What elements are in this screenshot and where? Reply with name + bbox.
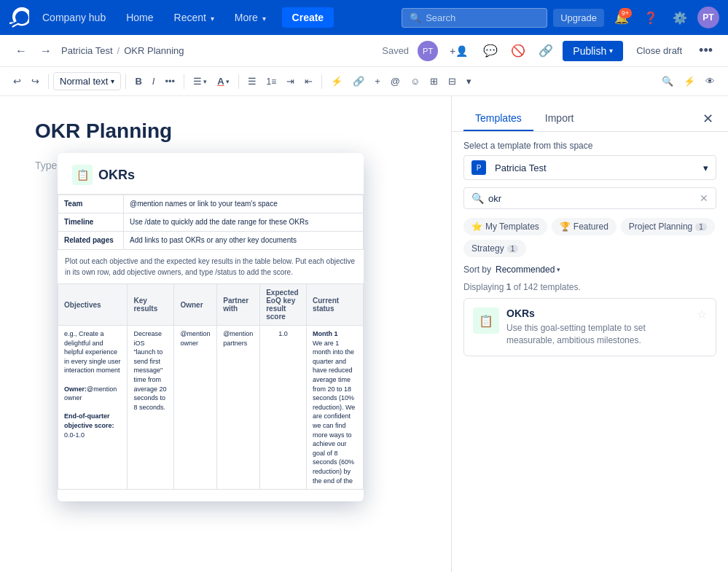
- okr-dialog-title: OKRs: [98, 168, 135, 183]
- collaborator-avatar[interactable]: PT: [418, 41, 438, 61]
- template-card-icon: 📋: [473, 307, 499, 334]
- help-icon: ❓: [643, 11, 658, 25]
- breadcrumb-space[interactable]: Patricia Test: [61, 45, 113, 56]
- filter-featured[interactable]: 🏆 Featured: [552, 218, 617, 235]
- insert-button[interactable]: +: [370, 71, 385, 93]
- okr-objectives-table: Objectives Key results Owner Partner wit…: [58, 283, 364, 490]
- space-selector[interactable]: P Patricia Test ▾: [463, 155, 716, 180]
- no-edit-button[interactable]: 🚫: [507, 40, 529, 61]
- bullet-list-button[interactable]: ☰: [243, 71, 261, 93]
- td-key-results: Decrease iOS "launch to send first messa…: [128, 326, 174, 490]
- view-button[interactable]: 👁: [701, 71, 719, 93]
- project-planning-badge: 1: [695, 223, 707, 231]
- filter-strategy[interactable]: Strategy 1: [463, 240, 526, 257]
- template-card-okrs[interactable]: 📋 OKRs Use this goal-setting template to…: [463, 298, 716, 356]
- numbered-list-icon: 1≡: [267, 77, 277, 87]
- search-icon: 🔍: [410, 12, 421, 23]
- user-avatar[interactable]: PT: [697, 7, 719, 28]
- th-current: Current status: [306, 284, 363, 326]
- invite-button[interactable]: +👤: [444, 42, 474, 60]
- confluence-logo[interactable]: [9, 7, 29, 28]
- page-header: ← → Patricia Test / OKR Planning Saved P…: [0, 35, 728, 67]
- template-search-input[interactable]: [488, 193, 695, 204]
- align-button[interactable]: ☰ ▾: [189, 71, 211, 93]
- table-cell-related-value: Add links to past OKRs or any other key …: [124, 232, 364, 250]
- nav-more[interactable]: More ▾: [227, 7, 273, 28]
- okr-dialog-icon: 📋: [72, 165, 93, 185]
- help-button[interactable]: ❓: [639, 7, 662, 29]
- filter-my-templates[interactable]: ⭐ My Templates: [463, 218, 547, 235]
- okr-info-table: Team @mention names or link to your team…: [58, 195, 364, 250]
- tab-templates[interactable]: Templates: [463, 106, 533, 131]
- link-button[interactable]: 🔗: [348, 71, 369, 93]
- toolbar-divider-5: [321, 74, 322, 89]
- more-formatting-button[interactable]: •••: [160, 71, 179, 93]
- create-button[interactable]: Create: [282, 7, 334, 28]
- td-partner: @mention partners: [217, 326, 260, 490]
- template-star-button[interactable]: ☆: [697, 307, 707, 321]
- th-key-results: Key results: [128, 284, 174, 326]
- layouts-button[interactable]: ⊞: [426, 71, 442, 93]
- indent-button[interactable]: ⇥: [282, 71, 299, 93]
- editor-toolbar: ↩ ↪ Normal text ▾ B I ••• ☰ ▾ A ▾ ☰ 1≡ ⇥…: [0, 67, 728, 96]
- numbered-list-button[interactable]: 1≡: [262, 71, 281, 93]
- filter-project-planning[interactable]: Project Planning 1: [621, 218, 715, 235]
- comment-button[interactable]: 💬: [480, 40, 501, 61]
- breadcrumb-separator: /: [117, 45, 120, 56]
- link-copy-button[interactable]: 🔗: [535, 40, 557, 61]
- nav-home[interactable]: Home: [119, 7, 160, 28]
- star-icon: ⭐: [471, 222, 482, 232]
- view-icon: 👁: [705, 76, 715, 87]
- search-box[interactable]: 🔍 Search: [402, 8, 547, 28]
- sort-label: Sort by: [463, 265, 491, 275]
- table-row: Related pages Add links to past OKRs or …: [58, 232, 364, 250]
- sort-button[interactable]: Sort by Recommended ▾: [463, 265, 560, 275]
- td-owner: @mention owner: [174, 326, 217, 490]
- collaborators: PT: [418, 41, 438, 61]
- table-row: Timeline Use /date to quickly add the da…: [58, 213, 364, 232]
- align-icon: ☰: [193, 76, 202, 87]
- color-button[interactable]: A ▾: [213, 71, 233, 93]
- close-panel-button[interactable]: ✕: [700, 109, 716, 128]
- search-icon: 🔍: [471, 192, 484, 204]
- nav-company-hub[interactable]: Company hub: [35, 7, 113, 28]
- settings-button[interactable]: ⚙️: [668, 7, 692, 29]
- publish-chevron-icon: ▾: [609, 47, 613, 55]
- clear-search-button[interactable]: ✕: [700, 192, 708, 204]
- nav-recent[interactable]: Recent ▾: [167, 7, 222, 28]
- tab-import[interactable]: Import: [533, 106, 586, 131]
- upgrade-button[interactable]: Upgrade: [553, 9, 604, 27]
- text-style-button[interactable]: Normal text ▾: [53, 72, 121, 90]
- action-button[interactable]: ⚡: [326, 71, 347, 93]
- redo-nav-button[interactable]: →: [36, 41, 55, 61]
- outdent-button[interactable]: ⇤: [300, 71, 317, 93]
- th-owner: Owner: [174, 284, 217, 326]
- emoji-icon: ☺: [410, 76, 420, 87]
- mention-button[interactable]: @: [386, 71, 404, 93]
- insert-icon: +: [375, 76, 380, 87]
- td-current-status: Month 1 We are 1 month into the quarter …: [306, 326, 363, 490]
- notification-button[interactable]: 🔔 9+: [610, 7, 633, 29]
- toolbar-divider-1: [48, 74, 49, 89]
- table-button[interactable]: ⊟: [444, 71, 461, 93]
- publish-button[interactable]: Publish ▾: [563, 41, 623, 61]
- panel-tabs: Templates Import: [463, 106, 586, 131]
- redo-button[interactable]: ↪: [27, 71, 44, 93]
- bold-button[interactable]: B: [130, 71, 146, 93]
- emoji-button[interactable]: ☺: [406, 71, 424, 93]
- recent-chevron-icon: ▾: [211, 15, 214, 23]
- action-icon: ⚡: [331, 76, 343, 87]
- more-insert-button[interactable]: ▾: [462, 71, 476, 93]
- breadcrumb-page[interactable]: OKR Planning: [124, 45, 184, 56]
- more-options-button[interactable]: •••: [695, 39, 716, 62]
- undo-nav-button[interactable]: ←: [12, 41, 31, 61]
- undo-button[interactable]: ↩: [9, 71, 26, 93]
- close-draft-button[interactable]: Close draft: [629, 42, 689, 60]
- templates-panel: Templates Import ✕ Select a template fro…: [451, 96, 728, 572]
- trophy-icon: 🏆: [560, 222, 571, 232]
- quick-insert-button[interactable]: ⚡: [679, 71, 700, 93]
- italic-button[interactable]: I: [148, 71, 160, 93]
- layouts-icon: ⊞: [430, 76, 438, 87]
- find-button[interactable]: 🔍: [657, 71, 678, 93]
- toolbar-divider-2: [125, 74, 126, 89]
